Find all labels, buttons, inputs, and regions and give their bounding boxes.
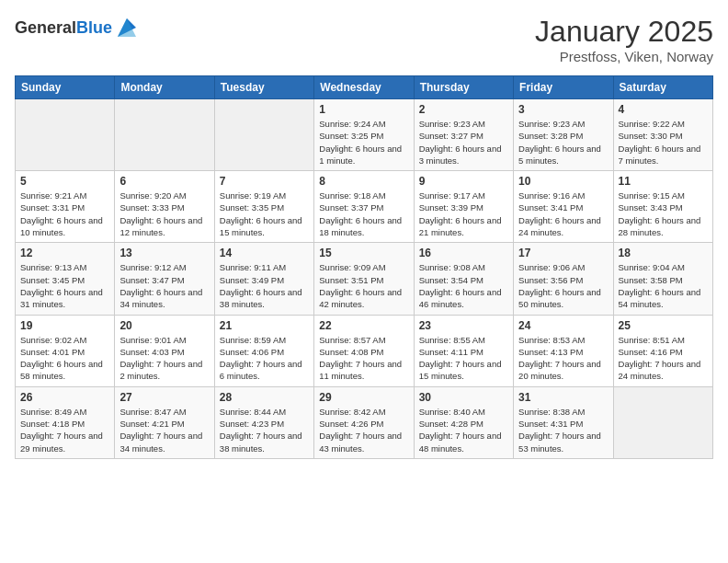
logo: GeneralBlue	[15, 15, 140, 40]
day-info: Sunrise: 9:20 AM Sunset: 3:33 PM Dayligh…	[119, 190, 209, 238]
day-number: 19	[20, 319, 109, 332]
calendar-cell: 27Sunrise: 8:47 AM Sunset: 4:21 PM Dayli…	[115, 386, 214, 458]
day-number: 3	[518, 103, 608, 116]
day-info: Sunrise: 8:44 AM Sunset: 4:23 PM Dayligh…	[220, 406, 309, 454]
day-info: Sunrise: 8:42 AM Sunset: 4:26 PM Dayligh…	[319, 406, 408, 454]
day-number: 9	[419, 175, 508, 188]
calendar-cell: 20Sunrise: 9:01 AM Sunset: 4:03 PM Dayli…	[115, 315, 214, 386]
calendar-cell: 14Sunrise: 9:11 AM Sunset: 3:49 PM Dayli…	[214, 243, 313, 315]
logo-general: General	[15, 18, 76, 37]
day-info: Sunrise: 9:19 AM Sunset: 3:35 PM Dayligh…	[220, 190, 309, 238]
calendar-table: SundayMondayTuesdayWednesdayThursdayFrid…	[15, 75, 713, 459]
day-number: 15	[319, 247, 408, 259]
weekday-header-tuesday: Tuesday	[214, 76, 313, 99]
calendar-cell: 5Sunrise: 9:21 AM Sunset: 3:31 PM Daylig…	[16, 171, 115, 243]
day-number: 14	[220, 247, 309, 259]
calendar-cell: 30Sunrise: 8:40 AM Sunset: 4:28 PM Dayli…	[414, 386, 513, 458]
day-info: Sunrise: 9:24 AM Sunset: 3:25 PM Dayligh…	[319, 118, 408, 167]
calendar-week-row: 1Sunrise: 9:24 AM Sunset: 3:25 PM Daylig…	[16, 99, 713, 171]
day-info: Sunrise: 9:04 AM Sunset: 3:58 PM Dayligh…	[619, 261, 708, 310]
calendar-cell: 9Sunrise: 9:17 AM Sunset: 3:39 PM Daylig…	[414, 171, 513, 243]
day-info: Sunrise: 9:17 AM Sunset: 3:39 PM Dayligh…	[419, 190, 508, 238]
day-number: 13	[119, 247, 209, 259]
day-info: Sunrise: 9:09 AM Sunset: 3:51 PM Dayligh…	[319, 261, 408, 310]
calendar-cell: 15Sunrise: 9:09 AM Sunset: 3:51 PM Dayli…	[314, 243, 414, 315]
day-number: 28	[220, 391, 309, 404]
title-block: January 2025 Prestfoss, Viken, Norway	[535, 15, 713, 64]
day-info: Sunrise: 8:59 AM Sunset: 4:06 PM Dayligh…	[220, 334, 309, 383]
calendar-cell: 25Sunrise: 8:51 AM Sunset: 4:16 PM Dayli…	[613, 315, 712, 386]
calendar-cell: 24Sunrise: 8:53 AM Sunset: 4:13 PM Dayli…	[514, 315, 613, 386]
day-number: 2	[419, 103, 508, 116]
calendar-cell	[613, 386, 712, 458]
calendar-cell: 6Sunrise: 9:20 AM Sunset: 3:33 PM Daylig…	[115, 171, 214, 243]
calendar-cell: 7Sunrise: 9:19 AM Sunset: 3:35 PM Daylig…	[214, 171, 313, 243]
calendar-cell: 23Sunrise: 8:55 AM Sunset: 4:11 PM Dayli…	[414, 315, 513, 386]
calendar-cell: 11Sunrise: 9:15 AM Sunset: 3:43 PM Dayli…	[613, 171, 712, 243]
day-info: Sunrise: 9:13 AM Sunset: 3:45 PM Dayligh…	[20, 261, 109, 310]
calendar-cell: 1Sunrise: 9:24 AM Sunset: 3:25 PM Daylig…	[314, 99, 414, 171]
day-number: 17	[518, 247, 608, 259]
day-info: Sunrise: 9:11 AM Sunset: 3:49 PM Dayligh…	[220, 261, 309, 310]
day-number: 31	[518, 391, 608, 404]
weekday-header-sunday: Sunday	[16, 76, 115, 99]
calendar-cell: 17Sunrise: 9:06 AM Sunset: 3:56 PM Dayli…	[514, 243, 613, 315]
day-info: Sunrise: 9:02 AM Sunset: 4:01 PM Dayligh…	[20, 334, 109, 383]
day-info: Sunrise: 8:40 AM Sunset: 4:28 PM Dayligh…	[419, 406, 508, 454]
day-number: 4	[619, 103, 708, 116]
day-number: 10	[518, 175, 608, 188]
logo-icon	[114, 15, 140, 40]
day-info: Sunrise: 9:18 AM Sunset: 3:37 PM Dayligh…	[319, 190, 408, 238]
calendar-cell	[115, 99, 214, 171]
calendar-cell	[214, 99, 313, 171]
day-info: Sunrise: 8:51 AM Sunset: 4:16 PM Dayligh…	[619, 334, 708, 383]
day-number: 25	[619, 319, 708, 332]
weekday-header-thursday: Thursday	[414, 76, 513, 99]
calendar-week-row: 26Sunrise: 8:49 AM Sunset: 4:18 PM Dayli…	[16, 386, 713, 458]
calendar-cell: 16Sunrise: 9:08 AM Sunset: 3:54 PM Dayli…	[414, 243, 513, 315]
day-number: 7	[220, 175, 309, 188]
day-info: Sunrise: 8:38 AM Sunset: 4:31 PM Dayligh…	[518, 406, 608, 454]
logo-text: GeneralBlue	[15, 18, 112, 38]
day-info: Sunrise: 9:01 AM Sunset: 4:03 PM Dayligh…	[119, 334, 209, 383]
logo-blue: Blue	[76, 18, 112, 37]
weekday-header-saturday: Saturday	[613, 76, 712, 99]
day-info: Sunrise: 9:12 AM Sunset: 3:47 PM Dayligh…	[119, 261, 209, 310]
day-number: 26	[20, 391, 109, 404]
day-number: 16	[419, 247, 508, 259]
day-number: 8	[319, 175, 408, 188]
calendar-cell: 18Sunrise: 9:04 AM Sunset: 3:58 PM Dayli…	[613, 243, 712, 315]
calendar-cell: 26Sunrise: 8:49 AM Sunset: 4:18 PM Dayli…	[16, 386, 115, 458]
day-info: Sunrise: 9:15 AM Sunset: 3:43 PM Dayligh…	[619, 190, 708, 238]
weekday-header-monday: Monday	[115, 76, 214, 99]
calendar-cell: 12Sunrise: 9:13 AM Sunset: 3:45 PM Dayli…	[16, 243, 115, 315]
day-number: 29	[319, 391, 408, 404]
calendar-cell: 2Sunrise: 9:23 AM Sunset: 3:27 PM Daylig…	[414, 99, 513, 171]
day-number: 24	[518, 319, 608, 332]
day-number: 12	[20, 247, 109, 259]
weekday-header-wednesday: Wednesday	[314, 76, 414, 99]
day-number: 20	[119, 319, 209, 332]
day-info: Sunrise: 9:23 AM Sunset: 3:28 PM Dayligh…	[518, 118, 608, 167]
day-info: Sunrise: 9:21 AM Sunset: 3:31 PM Dayligh…	[20, 190, 109, 238]
calendar-cell: 4Sunrise: 9:22 AM Sunset: 3:30 PM Daylig…	[613, 99, 712, 171]
day-number: 18	[619, 247, 708, 259]
day-number: 27	[119, 391, 209, 404]
day-info: Sunrise: 8:49 AM Sunset: 4:18 PM Dayligh…	[20, 406, 109, 454]
day-number: 11	[619, 175, 708, 188]
calendar-header-row: SundayMondayTuesdayWednesdayThursdayFrid…	[16, 76, 713, 99]
day-number: 23	[419, 319, 508, 332]
location-title: Prestfoss, Viken, Norway	[535, 49, 713, 64]
day-info: Sunrise: 9:06 AM Sunset: 3:56 PM Dayligh…	[518, 261, 608, 310]
day-info: Sunrise: 8:47 AM Sunset: 4:21 PM Dayligh…	[119, 406, 209, 454]
day-number: 30	[419, 391, 508, 404]
day-info: Sunrise: 8:53 AM Sunset: 4:13 PM Dayligh…	[518, 334, 608, 383]
day-info: Sunrise: 9:22 AM Sunset: 3:30 PM Dayligh…	[619, 118, 708, 167]
day-info: Sunrise: 9:16 AM Sunset: 3:41 PM Dayligh…	[518, 190, 608, 238]
calendar-week-row: 19Sunrise: 9:02 AM Sunset: 4:01 PM Dayli…	[16, 315, 713, 386]
day-number: 1	[319, 103, 408, 116]
calendar-cell: 19Sunrise: 9:02 AM Sunset: 4:01 PM Dayli…	[16, 315, 115, 386]
calendar-cell: 31Sunrise: 8:38 AM Sunset: 4:31 PM Dayli…	[514, 386, 613, 458]
calendar-cell: 10Sunrise: 9:16 AM Sunset: 3:41 PM Dayli…	[514, 171, 613, 243]
day-info: Sunrise: 8:57 AM Sunset: 4:08 PM Dayligh…	[319, 334, 408, 383]
